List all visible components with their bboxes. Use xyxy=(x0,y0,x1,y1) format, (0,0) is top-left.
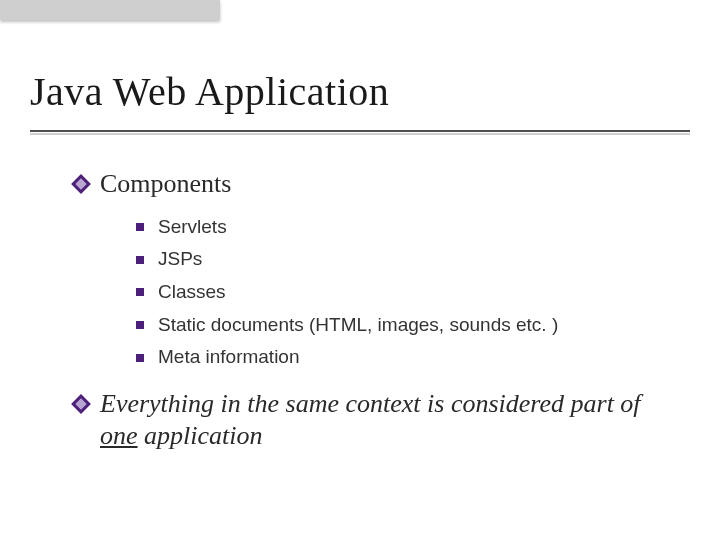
text-run: application xyxy=(138,421,263,450)
bullet-level2: Meta information xyxy=(136,345,680,370)
square-bullet-icon xyxy=(136,321,144,329)
diamond-bullet-icon xyxy=(74,177,88,191)
bullet-text-italic: Everything in the same context is consid… xyxy=(100,388,680,453)
text-underlined: one xyxy=(100,421,138,450)
bullet-level2: Servlets xyxy=(136,215,680,240)
bullet-level1: Components xyxy=(74,168,680,201)
square-bullet-icon xyxy=(136,256,144,264)
text-run: Everything in the same context is consid… xyxy=(100,389,641,418)
slide-title: Java Web Application xyxy=(30,68,389,115)
square-bullet-icon xyxy=(136,223,144,231)
sub-bullet-text: Classes xyxy=(158,280,226,305)
sub-bullet-text: JSPs xyxy=(158,247,202,272)
bullet-level2: Classes xyxy=(136,280,680,305)
square-bullet-icon xyxy=(136,288,144,296)
bullet-text: Components xyxy=(100,168,231,201)
square-bullet-icon xyxy=(136,354,144,362)
bullet-level2: Static documents (HTML, images, sounds e… xyxy=(136,313,680,338)
title-underline xyxy=(30,130,690,138)
bullet-level2: JSPs xyxy=(136,247,680,272)
sub-bullet-list: Servlets JSPs Classes Static documents (… xyxy=(136,215,680,370)
slide: Java Web Application Components Servlets… xyxy=(0,0,720,540)
sub-bullet-text: Static documents (HTML, images, sounds e… xyxy=(158,313,558,338)
diamond-bullet-icon xyxy=(74,397,88,411)
sub-bullet-text: Meta information xyxy=(158,345,300,370)
sub-bullet-text: Servlets xyxy=(158,215,227,240)
bullet-level1: Everything in the same context is consid… xyxy=(74,388,680,453)
top-accent-bar xyxy=(0,0,220,20)
slide-body: Components Servlets JSPs Classes Static … xyxy=(74,168,680,467)
